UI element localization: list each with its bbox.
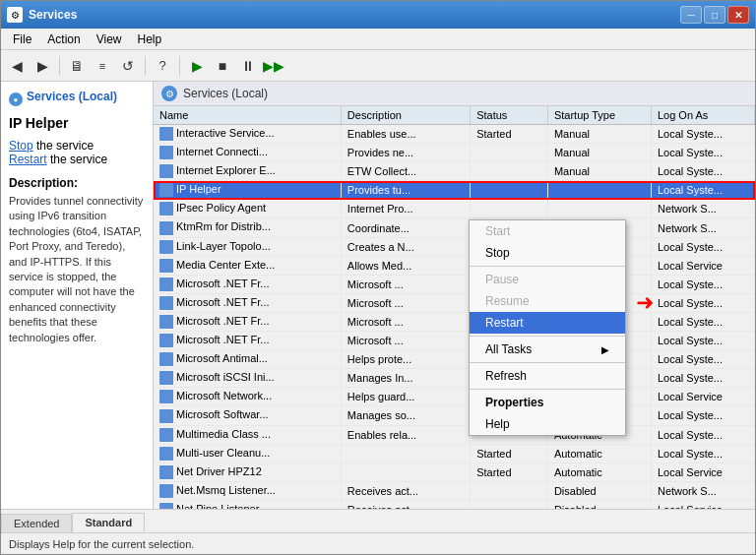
cell-desc: Microsoft ... [341, 293, 470, 312]
table-row[interactable]: Multimedia Class ... Enables rela... Aut… [154, 425, 755, 444]
description-label: Description: [9, 176, 145, 190]
col-desc[interactable]: Description [341, 106, 470, 125]
table-row[interactable]: KtmRm for Distrib... Coordinate... Netwo… [154, 218, 755, 237]
cell-logon: Local Syste... [651, 425, 754, 444]
maximize-button[interactable]: □ [704, 6, 725, 24]
ctx-item-restart[interactable]: Restart [470, 312, 625, 334]
ctx-item-stop[interactable]: Stop [470, 242, 625, 264]
computer-button[interactable]: 🖥 [65, 54, 89, 78]
cell-desc: Provides ne... [341, 144, 470, 162]
play-button[interactable]: ▶ [185, 54, 209, 78]
table-row[interactable]: Microsoft .NET Fr... Microsoft ... Local… [154, 293, 755, 312]
cell-status [471, 200, 548, 218]
list-button[interactable]: ≡ [91, 54, 114, 78]
selected-service-name: IP Helper [9, 115, 145, 131]
close-button[interactable]: ✕ [727, 6, 749, 24]
table-row[interactable]: IP Helper Provides tu... Local Syste... [154, 181, 755, 200]
help-button[interactable]: ? [151, 54, 174, 78]
services-table-container[interactable]: Name Description Status Startup Type Log… [154, 106, 755, 509]
left-panel-header: Services (Local) [27, 90, 117, 103]
table-row[interactable]: Net Driver HPZ12 Started Automatic Local… [154, 462, 755, 481]
col-startup[interactable]: Startup Type [547, 106, 651, 125]
cell-logon: Local Syste... [651, 350, 754, 369]
ctx-item-all-tasks[interactable]: All Tasks▶ [470, 339, 625, 360]
main-window: ⚙ Services ─ □ ✕ File Action View Help ◀… [0, 0, 756, 555]
table-row[interactable]: IPsec Policy Agent Internet Pro... Netwo… [154, 200, 755, 218]
cell-name: Net Driver HPZ12 [154, 462, 341, 481]
title-bar: ⚙ Services ─ □ ✕ [1, 1, 755, 29]
cell-status: Started [471, 462, 548, 481]
cell-logon: Local Service [651, 388, 754, 406]
tab-extended[interactable]: Extended [1, 514, 72, 532]
right-panel: ⚙ Services (Local) Name Description Stat… [154, 82, 755, 509]
cell-name: Media Center Exte... [154, 256, 341, 275]
cell-name: Net.Msmq Listener... [154, 481, 341, 500]
cell-desc: Receives act... [341, 481, 470, 500]
cell-logon: Network S... [651, 481, 754, 500]
forward-button[interactable]: ▶ [31, 54, 54, 78]
panel-header-title: Services (Local) [183, 87, 268, 100]
table-row[interactable]: Multi-user Cleanu... Started Automatic L… [154, 444, 755, 462]
cell-status: Started [471, 444, 548, 462]
ctx-item-refresh[interactable]: Refresh [470, 365, 625, 387]
status-bar: Displays Help for the current selection. [1, 532, 755, 554]
col-logon[interactable]: Log On As [651, 106, 754, 125]
tab-standard[interactable]: Standard [72, 513, 145, 532]
cell-logon: Local Syste... [651, 369, 754, 388]
cell-startup: Automatic [547, 462, 651, 481]
cell-desc: Microsoft ... [341, 332, 470, 350]
minimize-button[interactable]: ─ [680, 6, 702, 24]
restart-link[interactable]: Restart [9, 153, 47, 166]
col-status[interactable]: Status [471, 106, 548, 125]
menu-help[interactable]: Help [130, 31, 170, 48]
cell-name: Interactive Service... [154, 125, 341, 144]
cell-startup: Disabled [547, 500, 651, 509]
pause-button[interactable]: ⏸ [236, 54, 260, 78]
cell-name: IP Helper [154, 181, 341, 200]
left-panel-icon: ● [9, 92, 23, 106]
stop-link[interactable]: Stop [9, 139, 33, 153]
cell-name: Microsoft iSCSI Ini... [154, 369, 341, 388]
menu-action[interactable]: Action [39, 31, 88, 48]
cell-desc: Enables rela... [341, 425, 470, 444]
table-row[interactable]: Internet Explorer E... ETW Collect... Ma… [154, 162, 755, 181]
table-row[interactable]: Internet Connecti... Provides ne... Manu… [154, 144, 755, 162]
table-row[interactable]: Microsoft iSCSI Ini... Manages In... Loc… [154, 369, 755, 388]
ctx-item-start: Start [470, 220, 625, 242]
menu-file[interactable]: File [5, 31, 39, 48]
status-text: Displays Help for the current selection. [9, 538, 194, 550]
submenu-arrow-icon: ▶ [601, 344, 609, 355]
cell-logon: Local Syste... [651, 406, 754, 425]
table-row[interactable]: Microsoft .NET Fr... Microsoft ... Local… [154, 275, 755, 293]
table-row[interactable]: Microsoft .NET Fr... Microsoft ... Local… [154, 332, 755, 350]
cell-logon: Local Syste... [651, 444, 754, 462]
table-row[interactable]: Interactive Service... Enables use... St… [154, 125, 755, 144]
window-icon: ⚙ [7, 7, 23, 23]
cell-desc: Enables use... [341, 125, 470, 144]
table-row[interactable]: Microsoft Antimal... Helps prote... Loca… [154, 350, 755, 369]
refresh-button[interactable]: ↺ [116, 54, 140, 78]
table-row[interactable]: Microsoft .NET Fr... Microsoft ... D... … [154, 312, 755, 331]
cell-desc: ETW Collect... [341, 162, 470, 181]
window-controls: ─ □ ✕ [680, 6, 749, 24]
ctx-item-help[interactable]: Help [470, 413, 625, 435]
ctx-item-resume: Resume [470, 290, 625, 312]
table-row[interactable]: Microsoft Network... Helps guard... Loca… [154, 388, 755, 406]
col-name[interactable]: Name [154, 106, 341, 125]
cell-name: Microsoft Network... [154, 388, 341, 406]
restart-button[interactable]: ▶▶ [262, 54, 285, 78]
ctx-item-properties[interactable]: Properties [470, 392, 625, 413]
cell-status: Started [471, 125, 548, 144]
stop-button[interactable]: ■ [211, 54, 234, 78]
table-row[interactable]: Media Center Exte... Allows Med... Local… [154, 256, 755, 275]
cell-status [471, 481, 548, 500]
menu-view[interactable]: View [89, 31, 130, 48]
cell-logon: Network S... [651, 200, 754, 218]
cell-logon: Local Syste... [651, 293, 754, 312]
cell-startup: Manual [547, 162, 651, 181]
back-button[interactable]: ◀ [5, 54, 29, 78]
table-row[interactable]: Net.Pipe Listener ... Receives act... Di… [154, 500, 755, 509]
table-row[interactable]: Microsoft Softwar... Manages so... Manua… [154, 406, 755, 425]
table-row[interactable]: Net.Msmq Listener... Receives act... Dis… [154, 481, 755, 500]
table-row[interactable]: Link-Layer Topolo... Creates a N... Loca… [154, 237, 755, 256]
